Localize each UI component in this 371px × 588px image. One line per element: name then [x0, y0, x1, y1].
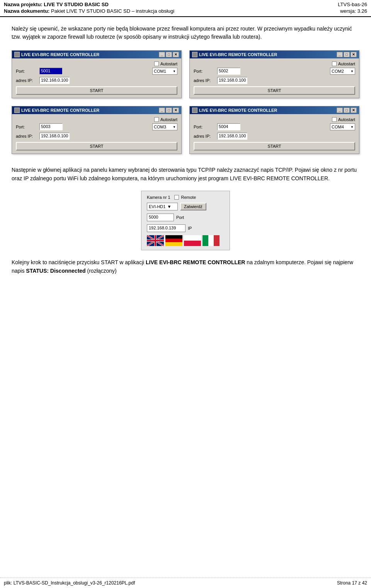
- rc-ip-label-4: adres IP:: [194, 134, 215, 138]
- rc-autostart-checkbox-3[interactable]: [154, 117, 159, 122]
- rc-com-value-1: COM1: [154, 69, 166, 74]
- flag-stripe-gold: [165, 242, 182, 246]
- rc-close-btn-3[interactable]: ✕: [173, 108, 179, 113]
- flag-stripe-white-it: [208, 235, 214, 246]
- camera-panel: Kamera nr 1 Remote EVI-HD1 ▼ Zatwierdź 5…: [141, 191, 230, 250]
- section3-text-bold: LIVE EVI-BRC REMOTE CONTROLLER: [146, 259, 245, 265]
- rc-maximize-btn-3[interactable]: □: [166, 108, 172, 113]
- rc-ip-input-3[interactable]: 192.168.0.100: [39, 133, 70, 140]
- rc-com-select-3[interactable]: COM3 ▼: [152, 123, 177, 130]
- section2-text: Następnie w głównej aplikacji na panelu …: [12, 166, 359, 183]
- rc-minimize-btn-2[interactable]: _: [337, 52, 343, 57]
- rc-titlebar-2: LIVE EVI-BRC REMOTE CONTROLLER _ □ ✕: [190, 51, 359, 58]
- flag-stripe-crimson: [184, 241, 201, 246]
- rc-autostart-checkbox-4[interactable]: [332, 117, 337, 122]
- rc-title-2: LIVE EVI-BRC REMOTE CONTROLLER: [199, 52, 277, 57]
- rc-title-1: LIVE EVI-BRC REMOTE CONTROLLER: [21, 52, 99, 57]
- rc-com-value-4: COM4: [332, 125, 344, 129]
- rc-start-btn-3[interactable]: START: [16, 142, 177, 150]
- rc-com-select-4[interactable]: COM4 ▼: [330, 123, 355, 130]
- rc-port-input-1[interactable]: 5001: [39, 68, 63, 75]
- rc-minimize-btn-1[interactable]: _: [159, 52, 165, 57]
- rc-port-label-1: Port:: [16, 69, 37, 74]
- rc-ip-row-3: adres IP: 192.168.0.100: [16, 133, 177, 140]
- cam-port-label: Port: [176, 215, 184, 220]
- version-line: wersja: 3.26: [338, 8, 367, 14]
- rc-autostart-label-4: Autostart: [338, 117, 355, 122]
- rc-titlebar-left-2: LIVE EVI-BRC REMOTE CONTROLLER: [192, 52, 277, 57]
- rc-com-select-1[interactable]: COM1 ▼: [152, 68, 177, 75]
- rc-port-row-4: Port: 5004 COM4 ▼: [194, 123, 355, 130]
- rc-autostart-label-2: Autostart: [338, 62, 355, 66]
- flag-poland[interactable]: [184, 235, 201, 246]
- section3-text-bold2: STATUS: Disconnected: [26, 268, 85, 274]
- flag-germany[interactable]: [165, 235, 182, 246]
- cam-model-select[interactable]: EVI-HD1 ▼: [147, 203, 178, 210]
- cam-remote-label: Remote: [181, 195, 196, 200]
- flags-row: [147, 235, 224, 246]
- section3-text-start: Kolejny krok to naciśnięcie przycisku ST…: [12, 259, 146, 265]
- rc-app-icon-2: [192, 52, 197, 57]
- rc-body-4: Autostart Port: 5004 COM4 ▼ adres IP: 19…: [190, 114, 359, 154]
- flag-stripe-white: [184, 235, 201, 241]
- rc-maximize-btn-4[interactable]: □: [344, 108, 350, 113]
- rc-app-icon-1: [14, 52, 20, 57]
- rc-port-row-2: Port: 5002 COM2 ▼: [194, 68, 355, 75]
- rc-port-row-1: Port: 5001 COM1 ▼: [16, 68, 177, 75]
- project-label: Nazwa projektu:: [4, 2, 43, 7]
- rc-autostart-row-4: Autostart: [194, 117, 355, 122]
- flag-stripe-black: [165, 235, 182, 239]
- doc-id: LTVS-bas-26: [338, 2, 367, 7]
- page-footer: plik: LTVS-BASIC-SD_Instrukcja_obslugi_v…: [0, 578, 371, 588]
- cam-remote-checkbox[interactable]: [174, 195, 179, 200]
- rc-autostart-label-3: Autostart: [160, 117, 177, 122]
- rc-ip-input-4[interactable]: 192.168.0.100: [217, 133, 247, 140]
- rc-com-arrow-2: ▼: [351, 70, 354, 73]
- rc-minimize-btn-3[interactable]: _: [159, 108, 165, 113]
- rc-port-input-4[interactable]: 5004: [217, 123, 240, 130]
- rc-titlebar-left-1: LIVE EVI-BRC REMOTE CONTROLLER: [14, 52, 99, 57]
- rc-title-4: LIVE EVI-BRC REMOTE CONTROLLER: [199, 108, 277, 113]
- rc-ip-label-3: adres IP:: [16, 134, 37, 138]
- rc-close-btn-4[interactable]: ✕: [351, 108, 357, 113]
- rc-port-label-3: Port:: [16, 125, 37, 129]
- rc-ip-input-1[interactable]: 192.168.0.100: [39, 77, 70, 84]
- rc-maximize-btn-2[interactable]: □: [344, 52, 350, 57]
- project-line: Nazwa projektu: LIVE TV STUDIO BASIC SD: [4, 2, 174, 7]
- flag-stripe-red: [165, 239, 182, 242]
- rc-close-btn-2[interactable]: ✕: [351, 52, 357, 57]
- rc-autostart-checkbox-1[interactable]: [154, 62, 159, 66]
- rc-title-3: LIVE EVI-BRC REMOTE CONTROLLER: [21, 108, 99, 113]
- cam-ip-input[interactable]: 192.168.0.139: [147, 224, 186, 232]
- rc-start-btn-2[interactable]: START: [194, 86, 355, 95]
- cam-port-input[interactable]: 5000: [147, 214, 174, 221]
- flag-italy[interactable]: [203, 235, 220, 246]
- flag-uk[interactable]: [147, 235, 164, 246]
- rc-port-input-3[interactable]: 5003: [39, 123, 63, 130]
- rc-minimize-btn-4[interactable]: _: [337, 108, 343, 113]
- section3-text-end: (rozłączony): [86, 268, 117, 274]
- rc-ip-input-2[interactable]: 192.168.0.100: [217, 77, 247, 84]
- rc-com-select-2[interactable]: COM2 ▼: [330, 68, 355, 75]
- rc-titlebar-3: LIVE EVI-BRC REMOTE CONTROLLER _ □ ✕: [12, 106, 181, 114]
- header-left: Nazwa projektu: LIVE TV STUDIO BASIC SD …: [4, 2, 174, 15]
- rc-titlebar-4: LIVE EVI-BRC REMOTE CONTROLLER _ □ ✕: [190, 106, 359, 114]
- cam-ip-row: 192.168.0.139 IP: [147, 224, 224, 232]
- rc-start-btn-1[interactable]: START: [16, 86, 177, 95]
- rc-ip-row-4: adres IP: 192.168.0.100: [194, 133, 355, 140]
- rc-titlebar-left-3: LIVE EVI-BRC REMOTE CONTROLLER: [14, 108, 99, 113]
- rc-autostart-checkbox-2[interactable]: [332, 62, 337, 66]
- cam-header-row: Kamera nr 1 Remote: [147, 195, 224, 200]
- rc-port-label-2: Port:: [194, 69, 215, 74]
- rc-com-value-3: COM3: [154, 125, 166, 129]
- rc-port-input-2[interactable]: 5002: [217, 68, 240, 75]
- svg-rect-8: [155, 235, 156, 246]
- rc-start-btn-4[interactable]: START: [194, 142, 355, 150]
- cam-model-value: EVI-HD1: [149, 204, 165, 209]
- rc-window-2: LIVE EVI-BRC REMOTE CONTROLLER _ □ ✕ Aut…: [189, 50, 359, 98]
- cam-confirm-btn[interactable]: Zatwierdź: [180, 203, 206, 210]
- rc-close-btn-1[interactable]: ✕: [173, 52, 179, 57]
- rc-autostart-row-1: Autostart: [16, 62, 177, 66]
- rc-maximize-btn-1[interactable]: □: [166, 52, 172, 57]
- rc-ip-label-1: adres IP:: [16, 78, 37, 83]
